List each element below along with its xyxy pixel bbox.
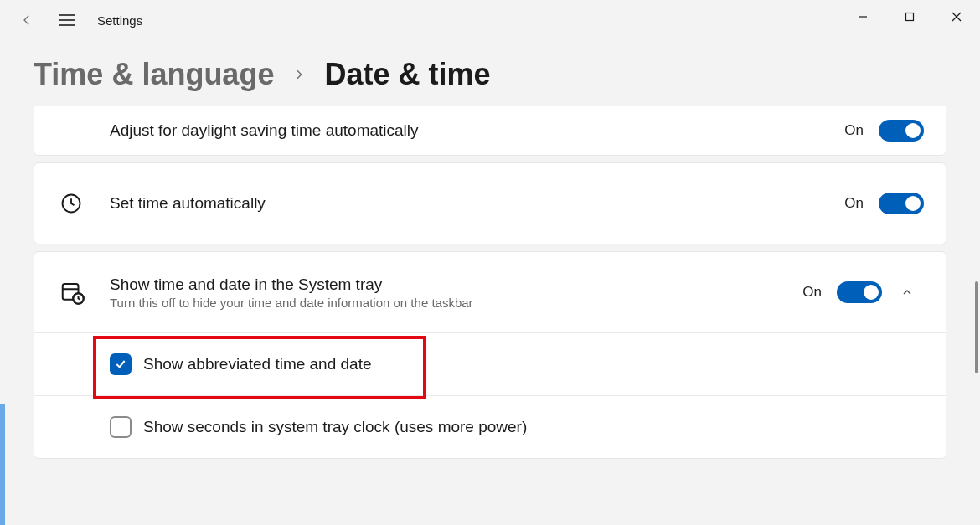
breadcrumb: Time & language Date & time: [0, 40, 980, 106]
scrollbar-thumb[interactable]: [975, 281, 978, 373]
scrollbar[interactable]: [968, 121, 980, 525]
auto-time-label: Set time automatically: [110, 194, 828, 213]
setting-auto-time: Set time automatically On: [34, 162, 946, 244]
tray-toggle[interactable]: [837, 281, 882, 303]
setting-dst: Adjust for daylight saving time automati…: [34, 106, 946, 156]
tray-sub-seconds: Show seconds in system tray clock (uses …: [34, 395, 946, 458]
tray-state: On: [802, 284, 822, 301]
back-button[interactable]: [7, 0, 47, 40]
breadcrumb-parent[interactable]: Time & language: [34, 57, 274, 92]
clock-icon: [59, 192, 110, 215]
calendar-clock-icon: [59, 280, 110, 305]
tray-label: Show time and date in the System tray: [110, 275, 786, 294]
dst-label: Adjust for daylight saving time automati…: [110, 121, 828, 140]
close-button[interactable]: [933, 0, 980, 33]
window-edge-accent: [0, 404, 5, 525]
titlebar: Settings: [0, 0, 980, 40]
seconds-checkbox[interactable]: [110, 416, 132, 438]
settings-content: Adjust for daylight saving time automati…: [0, 106, 980, 459]
minimize-button[interactable]: [839, 0, 886, 33]
nav-menu-button[interactable]: [47, 0, 87, 40]
abbrev-checkbox[interactable]: [110, 353, 132, 375]
svg-rect-4: [906, 13, 914, 21]
setting-system-tray: Show time and date in the System tray Tu…: [34, 251, 946, 459]
auto-time-state: On: [844, 195, 864, 212]
tray-sub-abbrev: Show abbreviated time and date: [34, 332, 946, 395]
expand-collapse-button[interactable]: [890, 286, 924, 299]
window-controls: [839, 0, 980, 33]
dst-toggle[interactable]: [879, 120, 924, 142]
chevron-right-icon: [274, 68, 324, 81]
abbrev-label: Show abbreviated time and date: [143, 355, 372, 373]
dst-state: On: [844, 122, 864, 139]
tray-sublabel: Turn this off to hide your time and date…: [110, 296, 786, 310]
breadcrumb-current: Date & time: [324, 57, 490, 92]
app-title: Settings: [87, 13, 142, 28]
seconds-label: Show seconds in system tray clock (uses …: [143, 418, 527, 436]
maximize-button[interactable]: [886, 0, 933, 33]
auto-time-toggle[interactable]: [879, 193, 924, 214]
